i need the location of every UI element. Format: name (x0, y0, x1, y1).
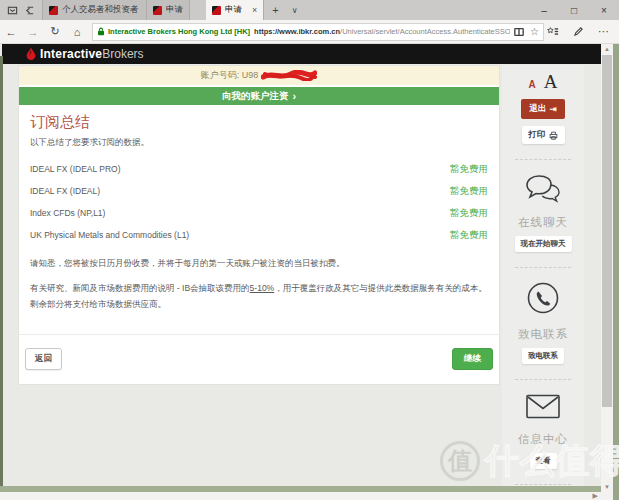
divider (515, 484, 571, 485)
subscription-name: UK Physical Metals and Commodities (L1) (30, 230, 189, 240)
billing-note: 请知悉，您将被按日历月份收费，并将于每月的第一天或账户被注资的当日被扣费。 (30, 255, 488, 271)
subscription-name: IDEAL FX (IDEAL PRO) (30, 164, 121, 174)
forward-button[interactable]: → (22, 26, 44, 38)
card-footer: 返回 继续 (19, 334, 499, 384)
fee-waived-link[interactable]: 豁免费用 (450, 207, 488, 220)
reading-view-icon[interactable] (514, 27, 524, 37)
account-number-bar: 账户号码: U98 (19, 66, 499, 85)
fund-account-label: 向我的账户注资 (222, 90, 289, 103)
logout-arrow-icon: ⇥ (549, 104, 556, 114)
ib-favicon (153, 6, 162, 15)
subscription-row: IDEAL FX (IDEAL PRO) 豁免费用 (30, 158, 488, 180)
favorite-star-icon[interactable]: ☆ (530, 26, 539, 37)
call-us-button[interactable]: 致电联系 (522, 348, 564, 364)
hub-favorites-icon[interactable] (547, 26, 559, 37)
window-minimize-button[interactable]: – (529, 0, 559, 20)
tab-preview-chevron-icon[interactable]: ∨ (287, 0, 303, 20)
tab-label: 申请 (225, 4, 242, 16)
fee-explanation-note: 有关研究、新闻及市场数据费用的说明 - IB会抽取该费用的5-10%，用于覆盖行… (30, 280, 488, 312)
page-subtitle: 以下总结了您要求订阅的数据。 (30, 137, 488, 149)
url-host: https://www.ibkr.com.cn (254, 27, 340, 36)
content-card: 账户号码: U98 向我的账户注资 › 订阅总结 以下总结了您要求订阅的数据。 … (18, 65, 500, 385)
site-header: Interactive Brokers (2, 44, 601, 64)
tab-label: 申请 (166, 4, 183, 16)
web-note-pen-icon[interactable] (573, 26, 584, 37)
ib-favicon (49, 6, 58, 15)
horizontal-scrollbar[interactable]: ▶ (0, 492, 601, 500)
print-button[interactable]: 打印 (522, 126, 565, 144)
continue-button[interactable]: 继续 (452, 348, 493, 370)
browser-tab-application-1[interactable]: 申请 (147, 0, 190, 20)
account-number-label: 账户号码: U98 (201, 69, 259, 82)
chevron-right-icon: › (292, 91, 296, 102)
home-button[interactable]: ⌂ (66, 26, 88, 38)
font-smaller-button[interactable]: A (529, 79, 536, 90)
logout-button[interactable]: 退出 ⇥ (521, 99, 564, 119)
browser-tab-home[interactable]: 个人交易者和投资者 | 盈透i (42, 0, 147, 20)
fee-waived-link[interactable]: 豁免费用 (450, 229, 488, 242)
divider (515, 379, 571, 380)
set-tabs-aside-icon[interactable] (7, 5, 18, 16)
call-section-title: 致电联系 (518, 327, 568, 342)
refresh-button[interactable]: ↻ (44, 25, 66, 38)
font-larger-button[interactable]: A (544, 73, 558, 90)
browser-tab-application-active[interactable]: 申请 × (206, 0, 264, 20)
printer-icon (549, 131, 558, 140)
tab-bar: 个人交易者和投资者 | 盈透i 申请 申请 × + ∨ – □ × (0, 0, 619, 20)
ib-favicon (212, 6, 221, 15)
logo-text-bold: Interactive (40, 47, 102, 61)
phone-circle-icon (526, 281, 560, 319)
tab-close-icon[interactable]: × (252, 5, 257, 15)
browser-toolbar: ← → ↻ ⌂ Interactive Brokers Hong Kong Lt… (0, 20, 619, 44)
scroll-up-arrow[interactable]: ▲ (601, 44, 613, 54)
fee-waived-link[interactable]: 豁免费用 (450, 185, 488, 198)
redaction-scribble (261, 70, 317, 81)
address-bar[interactable]: Interactive Brokers Hong Kong Ltd [HK] h… (92, 23, 544, 41)
scroll-down-arrow[interactable]: ▼ (601, 482, 613, 492)
chat-section-title: 在线聊天 (518, 215, 568, 230)
site-identity[interactable]: Interactive Brokers Hong Kong Ltd [HK] (108, 27, 250, 36)
utility-sidebar: A A 退出 ⇥ 打印 在线聊天 现在开始聊天 (502, 65, 584, 486)
divider (515, 267, 571, 268)
logo-text-regular: Brokers (102, 47, 143, 61)
back-step-button[interactable]: 返回 (25, 348, 62, 370)
browser-window: 个人交易者和投资者 | 盈透i 申请 申请 × + ∨ – □ × ← → ↻ … (0, 0, 619, 500)
window-edge-right (613, 44, 619, 500)
start-chat-button[interactable]: 现在开始聊天 (515, 236, 572, 252)
page-viewport: Interactive Brokers 账户号码: U98 向我的账户注资 › … (0, 44, 619, 500)
back-button[interactable]: ← (0, 26, 22, 38)
scrollbar-corner (601, 492, 613, 500)
message-center-title: 信息中心 (518, 432, 568, 447)
subscription-row: IDEAL FX (IDEAL) 豁免费用 (30, 180, 488, 202)
envelope-icon (525, 393, 561, 424)
chat-bubbles-icon (525, 173, 561, 207)
fund-account-link[interactable]: 向我的账户注资 › (19, 87, 499, 105)
ib-flame-icon (25, 47, 37, 61)
window-maximize-button[interactable]: □ (559, 0, 589, 20)
url-path: /Universal/servlet/AccountAccess.Authent… (340, 27, 510, 36)
subscription-name: IDEAL FX (IDEAL) (30, 186, 100, 196)
window-close-button[interactable]: × (589, 0, 619, 20)
more-menu-icon[interactable]: ⋯ (598, 25, 609, 38)
tab-label: 个人交易者和投资者 | 盈透i (62, 4, 140, 16)
tabs-set-aside-icon[interactable] (24, 5, 35, 16)
font-size-controls: A A (529, 73, 558, 90)
scroll-right-arrow[interactable]: ▶ (593, 492, 601, 500)
fee-percentage-link[interactable]: 5-10% (250, 283, 275, 293)
subscription-name: Index CFDs (NP,L1) (30, 208, 105, 218)
new-tab-button[interactable]: + (264, 0, 286, 20)
page-title: 订阅总结 (30, 113, 488, 132)
divider (515, 159, 571, 160)
url-text: https://www.ibkr.com.cn/Universal/servle… (254, 27, 510, 36)
fee-waived-link[interactable]: 豁免费用 (450, 163, 488, 176)
subscription-row: Index CFDs (NP,L1) 豁免费用 (30, 202, 488, 224)
window-edge-left (0, 56, 3, 500)
scrollbar-thumb[interactable] (602, 55, 612, 407)
interactive-brokers-logo[interactable]: Interactive Brokers (25, 47, 144, 61)
watermark-badge: 值 (440, 441, 480, 481)
vertical-scrollbar[interactable]: ▲ ▼ (601, 44, 613, 492)
view-messages-button[interactable]: 查看 (530, 453, 557, 469)
subscription-row: UK Physical Metals and Commodities (L1) … (30, 224, 488, 246)
lock-icon (97, 27, 105, 36)
